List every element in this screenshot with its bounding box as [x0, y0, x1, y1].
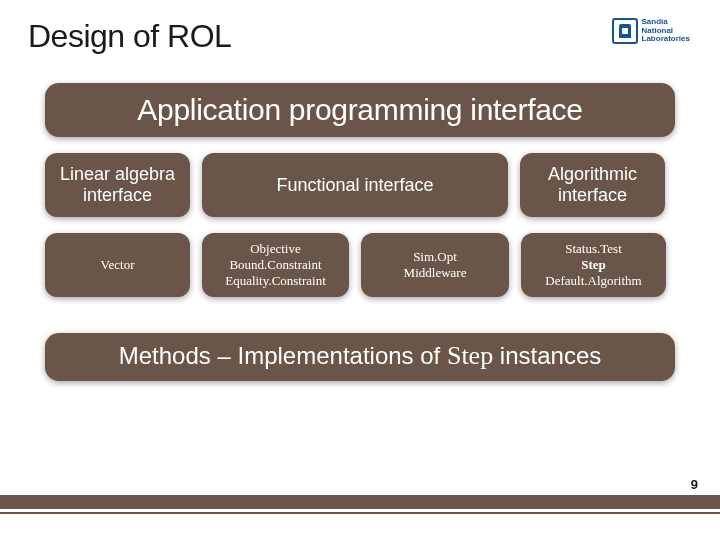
linear-algebra-box: Linear algebra interface — [45, 153, 190, 217]
linear-algebra-l2: interface — [83, 185, 152, 206]
status-l1: Status.Test — [565, 241, 622, 257]
objective-l2: Bound.Constraint — [229, 257, 321, 273]
api-banner: Application programming interface — [45, 83, 675, 137]
footer-decoration — [0, 495, 720, 514]
objective-l1: Objective — [250, 241, 301, 257]
page-number: 9 — [691, 477, 698, 492]
methods-banner: Methods – Implementations of Step instan… — [45, 333, 675, 381]
logo-text: Sandia National Laboratories — [642, 18, 690, 43]
methods-step: Step — [447, 341, 493, 370]
architecture-diagram: Application programming interface Linear… — [0, 55, 720, 381]
objective-box: Objective Bound.Constraint Equality.Cons… — [202, 233, 349, 297]
algorithmic-l1: Algorithmic — [548, 164, 637, 185]
status-box: Status.Test Step Default.Algorithm — [521, 233, 666, 297]
footer-bar-thin — [0, 512, 720, 514]
classes-row: Vector Objective Bound.Constraint Equali… — [45, 233, 675, 297]
status-l2: Step — [581, 257, 606, 273]
simopt-l2: Middleware — [404, 265, 467, 281]
vector-box: Vector — [45, 233, 190, 297]
simopt-box: Sim.Opt Middleware — [361, 233, 509, 297]
slide-header: Design of ROL Sandia National Laboratori… — [0, 0, 720, 55]
footer-bar-thick — [0, 495, 720, 509]
status-l3: Default.Algorithm — [545, 273, 641, 289]
methods-post: instances — [493, 342, 601, 369]
methods-pre: Methods – Implementations of — [119, 342, 447, 369]
interface-row: Linear algebra interface Functional inte… — [45, 153, 675, 217]
logo-line3: Laboratories — [642, 35, 690, 43]
sandia-logo: Sandia National Laboratories — [612, 18, 690, 44]
algorithmic-l2: interface — [558, 185, 627, 206]
objective-l3: Equality.Constraint — [225, 273, 326, 289]
linear-algebra-l1: Linear algebra — [60, 164, 175, 185]
algorithmic-box: Algorithmic interface — [520, 153, 665, 217]
simopt-l1: Sim.Opt — [413, 249, 457, 265]
thunderbird-icon — [612, 18, 638, 44]
functional-interface-box: Functional interface — [202, 153, 508, 217]
slide-title: Design of ROL — [28, 18, 231, 55]
